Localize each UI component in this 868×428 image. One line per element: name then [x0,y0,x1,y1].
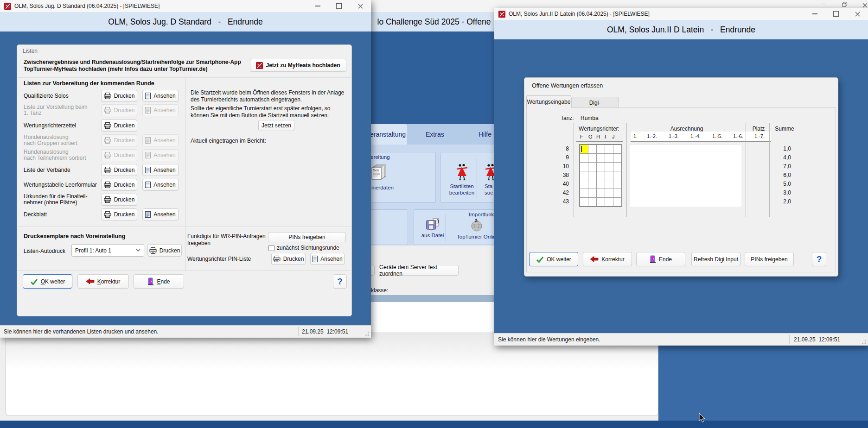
grid-cell[interactable] [605,145,613,153]
ok-weiter-button[interactable]: OK weiter [529,252,578,266]
main-close-button[interactable] [862,1,868,8]
drucken-button[interactable]: Drucken [101,90,137,102]
grid-cell[interactable] [613,189,621,197]
drucken-button[interactable]: Drucken [101,179,137,191]
grid-cell[interactable] [613,171,621,180]
grid-cell[interactable] [580,189,588,197]
grid-cell[interactable] [588,171,596,180]
sichtungsrunde-checkbox[interactable] [268,245,274,251]
drucken-button[interactable]: Drucken [101,120,137,132]
grid-cell[interactable] [605,180,613,189]
grid-cell[interactable] [588,154,596,162]
grid-cell[interactable] [597,145,605,153]
right-close-button[interactable] [847,8,868,20]
grid-cell[interactable] [597,154,605,162]
couple-number: 43 [558,198,569,205]
grid-cell[interactable] [605,154,613,162]
grid-cell[interactable] [605,189,613,197]
grid-cell[interactable] [580,154,588,162]
grid-cell[interactable] [613,163,621,171]
printer-icon [104,137,111,144]
row-label: Urkunden für die Finalteil-nehmer (ohne … [24,194,87,206]
grid-cell[interactable] [588,163,596,171]
resize-grip-icon[interactable] [365,332,370,336]
grid-cell[interactable] [588,198,596,206]
right-maximize-button[interactable] [825,8,847,20]
document-icon [145,167,151,173]
grid-cell[interactable] [613,154,621,162]
left-minimize-button[interactable] [307,0,328,12]
help-button[interactable]: ? [812,252,826,266]
tab-wertungseingabe[interactable]: Wertungseingabe [526,95,571,108]
grid-cell[interactable] [588,180,596,189]
drucken-button[interactable]: Drucken [101,164,137,176]
help-button[interactable]: ? [333,274,347,289]
grid-cell[interactable] [613,145,621,153]
refresh-digi-input-button[interactable]: Refresh Digi Input [691,252,740,266]
door-exit-icon [650,255,656,263]
grid-cell[interactable] [597,198,605,206]
pin-liste-drucken-button[interactable]: Drucken [271,253,306,265]
pins-freigeben-button[interactable]: PINs freigeben [745,252,794,266]
grid-cell[interactable] [580,163,588,171]
turnierdaten-button[interactable]: nierdaten [371,164,399,200]
grid-cell[interactable] [605,171,613,180]
left-maximize-button[interactable] [328,0,350,12]
judge-grid[interactable] [579,144,622,207]
korrektur-button[interactable]: Korrektur [77,274,129,289]
main-minimize-button[interactable] [814,0,833,8]
pin-liste-ansehen-button[interactable]: Ansehen [310,253,345,265]
right-minimize-button[interactable] [804,8,825,20]
main-restore-button[interactable] [842,1,856,8]
autodruck-profile-select[interactable]: Profil 1: Auto 1 [71,244,144,257]
import-online-button[interactable]: TopTurnier Online [457,218,497,243]
drucken-button[interactable]: Drucken [101,194,137,206]
grid-cell[interactable] [580,145,588,153]
grid-cell[interactable] [580,180,588,189]
sichtungsrunde-label[interactable]: zunächst Sichtungsrunde [277,245,339,252]
printer-icon [104,211,111,218]
grid-cell[interactable] [597,163,605,171]
couple-number: 9 [558,154,569,161]
grid-cell[interactable] [597,171,605,180]
divider [185,77,186,227]
left-close-button[interactable] [350,0,371,12]
grid-cell[interactable] [597,189,605,197]
startlisten-bearbeiten-button[interactable]: Startlisten bearbeiten [447,164,476,201]
ansehen-button[interactable]: Ansehen [142,90,179,102]
drucken-button[interactable]: Drucken [101,208,137,220]
grid-cell[interactable] [580,171,588,180]
myheats-upload-button[interactable]: Jetzt zu MyHeats hochladen [250,59,346,72]
grid-cell[interactable] [613,198,621,206]
pins-freigeben-button[interactable]: PINs freigeben [268,232,346,242]
ansehen-button-disabled: Ansehen [142,149,179,161]
tab-veranstaltung-label[interactable]: eranstaltung [370,124,406,145]
printer-icon [104,152,111,158]
geraete-zuordnen-button[interactable]: Geräte dem Server fest zuordnen [379,265,459,276]
ende-button[interactable]: Ende [636,252,685,266]
import-aus-datei-button[interactable]: aus Datei [421,218,445,243]
ansehen-button[interactable]: Ansehen [142,164,179,176]
jetzt-setzen-button[interactable]: Jetzt setzen [258,120,294,131]
tab-extras[interactable]: Extras [426,124,444,145]
ansehen-button[interactable]: Ansehen [142,179,179,191]
grid-cell[interactable] [580,198,588,206]
left-titlebar[interactable]: OLM, Solos Jug. D Standard (06.04.2025) … [0,0,371,12]
grid-cell[interactable] [588,145,596,153]
resize-grip-icon[interactable] [862,340,867,344]
grid-cell[interactable] [605,163,613,171]
left-window-caption: OLM, Solos Jug. D Standard (06.04.2025) … [14,3,160,9]
grid-cell[interactable] [597,180,605,189]
ausrechnung-col: 1.-6. [733,133,743,139]
right-titlebar[interactable]: OLM, Solos Jun.II D Latein (06.04.2025) … [494,8,868,20]
ansehen-button[interactable]: Ansehen [142,208,179,220]
korrektur-button[interactable]: Korrektur [583,252,632,266]
grid-cell[interactable] [605,198,613,206]
grid-cell[interactable] [588,189,596,197]
ende-button[interactable]: Ende [134,274,184,289]
grid-cell[interactable] [613,180,621,189]
ok-weiter-button[interactable]: OK weiter [23,274,72,289]
tab-hilfe[interactable]: Hilfe [479,124,491,145]
tab-digi-kommunikation[interactable]: Digi-Kommunikation [571,97,619,108]
autodruck-drucken-button[interactable]: Drucken [147,244,182,257]
